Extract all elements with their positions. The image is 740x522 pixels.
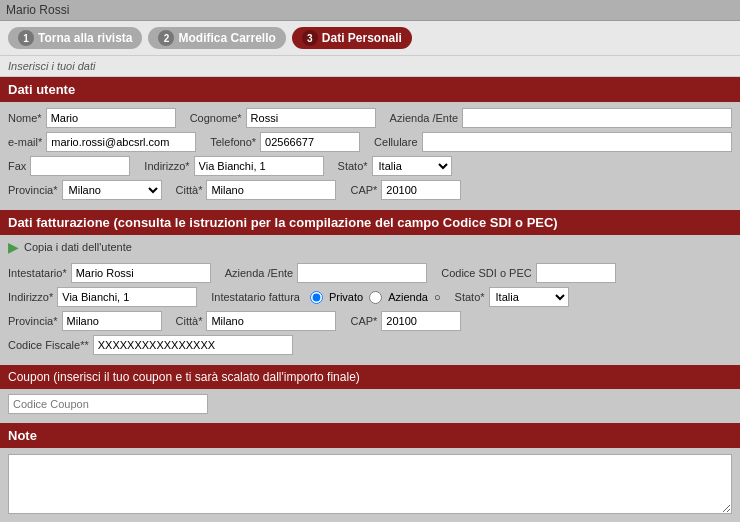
telefono-label: Telefono* [210,136,256,148]
dati-utente-section: Dati utente Nome* Cognome* Azienda /Ente… [0,77,740,210]
telefono-input[interactable] [260,132,360,152]
cellulare-input[interactable] [422,132,732,152]
step-1-label: Torna alla rivista [38,31,132,45]
step-2-button[interactable]: 2 Modifica Carrello [148,27,285,49]
coupon-body [0,389,740,423]
codice-sdi-input[interactable] [536,263,616,283]
utente-row-1: Nome* Cognome* Azienda /Ente [8,108,732,128]
intestatario-fattura-label: Intestatario fattura [211,291,300,303]
email-input[interactable] [46,132,196,152]
note-section: Note [0,423,740,522]
utente-row-2: e-mail* Telefono* Cellulare [8,132,732,152]
fattura-cap-input[interactable] [381,311,461,331]
intestatario-input[interactable] [71,263,211,283]
fax-input[interactable] [30,156,130,176]
fattura-citta-label: Città* [176,315,203,327]
note-header: Note [0,423,740,448]
azienda-input[interactable] [462,108,732,128]
intestatario-label: Intestatario* [8,267,67,279]
stato-select[interactable]: Italia [372,156,452,176]
note-textarea[interactable] [8,454,732,514]
utente-row-4: Provincia* Milano Città* CAP* [8,180,732,200]
citta-label: Città* [176,184,203,196]
step-3-button[interactable]: 3 Dati Personali [292,27,412,49]
window-title: Mario Rossi [0,0,740,21]
step-3-num: 3 [302,30,318,46]
nome-input[interactable] [46,108,176,128]
email-label: e-mail* [8,136,42,148]
fattura-provincia-input[interactable] [62,311,162,331]
fattura-indirizzo-input[interactable] [57,287,197,307]
dati-fatturazione-section: Dati fatturazione (consulta le istruzion… [0,210,740,365]
copy-row: ▶ Copia i dati dell'utente [0,235,740,257]
fattura-stato-select[interactable]: Italia [489,287,569,307]
fattura-indirizzo-label: Indirizzo* [8,291,53,303]
fattura-azienda-label: Azienda /Ente [225,267,294,279]
codice-fiscale-label: Codice Fiscale** [8,339,89,351]
dati-fatturazione-body: Intestatario* Azienda /Ente Codice SDI o… [0,257,740,365]
azienda-label: Azienda /Ente [390,112,459,124]
cellulare-label: Cellulare [374,136,417,148]
fattura-row-2: Indirizzo* Intestatario fattura Privato … [8,287,732,307]
cognome-input[interactable] [246,108,376,128]
provincia-select[interactable]: Milano [62,180,162,200]
dati-fatturazione-header: Dati fatturazione (consulta le istruzion… [0,210,740,235]
fattura-row-3: Provincia* Città* CAP* [8,311,732,331]
provincia-label: Provincia* [8,184,58,196]
steps-bar: 1 Torna alla rivista 2 Modifica Carrello… [0,21,740,56]
fattura-cap-label: CAP* [350,315,377,327]
nome-label: Nome* [8,112,42,124]
fattura-provincia-label: Provincia* [8,315,58,327]
dati-utente-header: Dati utente [0,77,740,102]
step-1-button[interactable]: 1 Torna alla rivista [8,27,142,49]
cap-input[interactable] [381,180,461,200]
indirizzo-label: Indirizzo* [144,160,189,172]
radio-group: Privato Azienda ○ [310,291,441,304]
radio-privato-label: Privato [329,291,363,303]
insert-label: Inserisci i tuoi dati [0,56,740,77]
dati-utente-body: Nome* Cognome* Azienda /Ente e-mail* Tel… [0,102,740,210]
copy-icon: ▶ [8,239,19,255]
indirizzo-input[interactable] [194,156,324,176]
coupon-section: Coupon (inserisci il tuo coupon e ti sar… [0,365,740,423]
radio-privato[interactable] [310,291,323,304]
coupon-header: Coupon (inserisci il tuo coupon e ti sar… [0,365,740,389]
step-2-label: Modifica Carrello [178,31,275,45]
step-3-label: Dati Personali [322,31,402,45]
radio-azienda[interactable] [369,291,382,304]
coupon-row [8,394,732,414]
fax-label: Fax [8,160,26,172]
copy-label[interactable]: Copia i dati dell'utente [24,241,132,253]
step-2-num: 2 [158,30,174,46]
codice-sdi-label: Codice SDI o PEC [441,267,531,279]
fattura-citta-input[interactable] [206,311,336,331]
codice-fiscale-input[interactable] [93,335,293,355]
note-body [0,448,740,522]
cap-label: CAP* [350,184,377,196]
cognome-label: Cognome* [190,112,242,124]
radio-azienda-label: Azienda [388,291,428,303]
fattura-stato-label: Stato* [455,291,485,303]
step-1-num: 1 [18,30,34,46]
fattura-azienda-input[interactable] [297,263,427,283]
radio-extra: ○ [434,291,441,303]
fattura-row-4: Codice Fiscale** [8,335,732,355]
fattura-row-1: Intestatario* Azienda /Ente Codice SDI o… [8,263,732,283]
utente-row-3: Fax Indirizzo* Stato* Italia [8,156,732,176]
stato-label: Stato* [338,160,368,172]
coupon-input[interactable] [8,394,208,414]
citta-input[interactable] [206,180,336,200]
